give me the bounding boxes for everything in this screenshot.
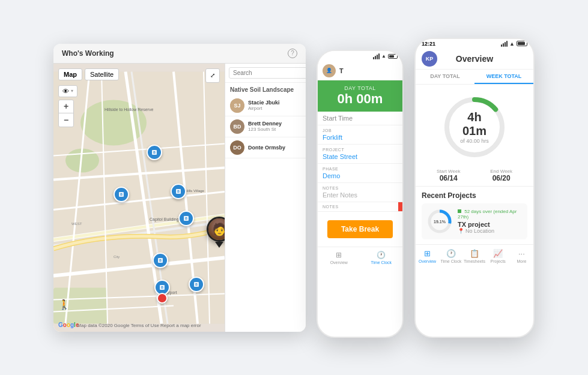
svg-text:Hills Village: Hills Village <box>186 188 205 192</box>
svg-text:B: B <box>159 259 162 262</box>
project-card-tx[interactable]: 19.1% 52 days over (ended Apr 27th) TX p… <box>422 203 527 239</box>
person-info-0: Stacie Jbuki Airport <box>248 100 280 111</box>
day-total-label: DAY TOTAL <box>323 85 398 91</box>
start-time-field: Start Time <box>318 112 402 125</box>
phone1-header: 👤 T <box>318 62 402 80</box>
day-total-time: 0h 00m <box>323 91 398 107</box>
sidebar-person-1[interactable]: BD Brett Denney 123 South St <box>225 116 306 137</box>
nav-more-label: More <box>517 259 526 263</box>
overdue-dot <box>458 209 461 213</box>
signal-icon <box>373 53 380 59</box>
desktop-titlebar: Who's Working ? <box>53 44 306 64</box>
start-week-date: 06/14 <box>437 174 460 182</box>
project-name: TX project <box>458 221 523 228</box>
phone2-battery-icon <box>517 41 527 46</box>
map-pin[interactable]: B <box>114 187 129 202</box>
project-overdue-text: 52 days over (ended Apr 27th) <box>458 209 523 220</box>
project-label: PROJECT <box>323 148 398 152</box>
circle-text: 4h 01m of 40.00 hrs <box>458 110 491 144</box>
nav-timeclock-label: Time Clock <box>440 259 461 263</box>
phone2-user-avatar: KP <box>422 51 437 67</box>
phone1-user-avatar: 👤 <box>323 64 336 77</box>
desktop-body: Hillside to Hollow Reserve Hills Village… <box>53 64 306 332</box>
nav-timesheets-label: Timesheets <box>464 259 485 263</box>
end-week-date: 06/20 <box>490 174 512 182</box>
person-avatar-1: BD <box>230 119 244 134</box>
phone2-nav-timeclock[interactable]: 🕐 Time Clock <box>439 245 462 268</box>
map-area: Hillside to Hollow Reserve Hills Village… <box>53 64 225 332</box>
search-input[interactable] <box>229 67 306 79</box>
phone1-bottom-nav: ⊞ Overview 🕐 Time Clock <box>318 247 402 268</box>
progress-circle: 4h 01m of 40.00 hrs <box>441 94 508 160</box>
day-total-banner: DAY TOTAL 0h 00m <box>318 80 402 112</box>
person-location-1: 123 South St <box>248 127 282 132</box>
map-tab-satellite[interactable]: Satellite <box>85 68 119 80</box>
map-eye-control[interactable]: 👁 ▾ <box>58 85 77 97</box>
phone2-nav-projects[interactable]: 📈 Projects <box>486 245 510 268</box>
start-week-label: Start Week <box>437 169 460 174</box>
map-pin[interactable]: B <box>153 253 168 268</box>
tab-day-total[interactable]: DAY TOTAL <box>416 70 474 84</box>
overdue-label: 52 days over (ended Apr 27th) <box>458 209 517 220</box>
location-pin-icon: 📍 <box>458 228 464 234</box>
nav-overview-label: Overview <box>419 259 436 263</box>
map-pin[interactable]: B <box>178 211 194 226</box>
map-footer-text: Map data ©2020 Google Terms of Use Repor… <box>77 323 201 328</box>
svg-text:Capitol Building: Capitol Building <box>150 217 179 221</box>
tab-week-total[interactable]: WEEK TOTAL <box>474 70 533 84</box>
map-zoom-control: + − <box>58 100 74 127</box>
phone1-nav-timeclock[interactable]: 🕐 Time Clock <box>360 247 403 268</box>
phone2-recent-projects: Recent Projects 19.1% 52 days over (ende… <box>416 187 533 244</box>
help-icon[interactable]: ? <box>288 49 297 58</box>
phone2-wifi-icon: ▲ <box>509 41 515 47</box>
phone2-nav-overview[interactable]: ⊞ Overview <box>416 245 439 268</box>
sidebar-person-0[interactable]: SJ Stacie Jbuki Airport <box>225 95 306 116</box>
zoom-in-button[interactable]: + <box>59 100 73 113</box>
notes-field-2: NOTES <box>318 202 402 212</box>
sidebar-person-2[interactable]: DO Donte Ormsby <box>225 137 306 158</box>
map-pin[interactable]: B <box>189 277 204 292</box>
scene: Who's Working ? <box>53 38 535 338</box>
overview-icon: ⊞ <box>336 251 342 259</box>
project-field: PROJECT State Street <box>318 145 402 164</box>
phone2-status-icons: ▲ <box>501 41 527 47</box>
location-text: No Location <box>465 228 494 234</box>
phase-value: Demo <box>323 172 398 179</box>
nav-projects-icon: 📈 <box>493 249 503 258</box>
red-side-strip <box>398 202 402 211</box>
notes-label-2: NOTES <box>323 205 398 209</box>
map-pin[interactable]: B <box>147 145 162 160</box>
map-fullscreen-button[interactable]: ⤢ <box>205 68 220 83</box>
map-pin[interactable]: B <box>171 184 186 199</box>
svg-text:B: B <box>185 217 187 220</box>
nav-overview-icon: ⊞ <box>424 249 431 258</box>
person-avatar-0: SJ <box>230 98 244 113</box>
map-tab-map[interactable]: Map <box>58 68 82 80</box>
phone2-nav-more[interactable]: ··· More <box>510 245 533 268</box>
take-break-button[interactable]: Take Break <box>327 220 393 238</box>
phone2-nav-timesheets[interactable]: 📋 Timesheets <box>462 245 486 268</box>
zoom-out-button[interactable]: − <box>59 113 73 127</box>
map-pin-person-photo[interactable]: 🧑 <box>207 217 225 248</box>
start-week-block: Start Week 06/14 <box>437 169 460 182</box>
person-info-2: Donte Ormsby <box>248 145 285 151</box>
project-value: State Street <box>323 153 398 160</box>
person-info-1: Brett Denney 123 South St <box>248 121 282 132</box>
minus-icon: ▾ <box>71 88 73 94</box>
sidebar-section-title: Native Soil Landscape <box>225 83 306 95</box>
end-week-label: End Week <box>490 169 512 174</box>
project-location: 📍 No Location <box>458 228 523 234</box>
phone1-nav-overview[interactable]: ⊞ Overview <box>318 247 360 268</box>
svg-text:WEST: WEST <box>71 221 82 225</box>
phone-overview: 12:21 ▲ KP Overview <box>414 38 535 338</box>
phone2-tabs: DAY TOTAL WEEK TOTAL <box>416 70 533 85</box>
recent-projects-title: Recent Projects <box>422 191 527 200</box>
google-logo: Google <box>58 322 79 328</box>
svg-text:B: B <box>177 190 180 193</box>
timeclock-label: Time Clock <box>371 260 392 265</box>
pegman-icon[interactable]: 🚶 <box>58 299 70 310</box>
sidebar-panel: 🔍 T Native Soil Landscape SJ Stacie Jbuk… <box>225 64 306 332</box>
wifi-icon: ▲ <box>381 53 386 59</box>
person-name-1: Brett Denney <box>248 121 282 127</box>
svg-text:City: City <box>114 254 120 258</box>
